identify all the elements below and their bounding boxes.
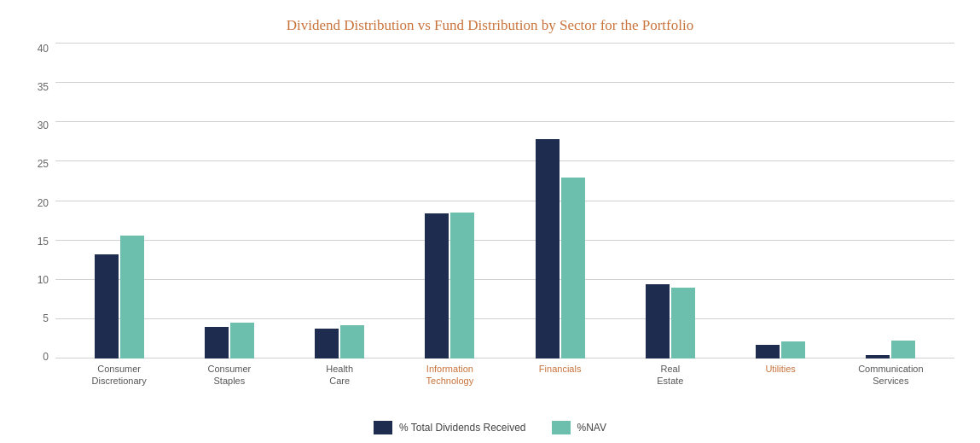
chart-plot: ConsumerDiscretionaryConsumerStaplesHeal… bbox=[55, 43, 954, 414]
bar-pair bbox=[425, 213, 474, 358]
bar-group bbox=[866, 341, 915, 358]
legend-item-dividend: % Total Dividends Received bbox=[374, 421, 526, 434]
x-labels: ConsumerDiscretionaryConsumerStaplesHeal… bbox=[55, 358, 954, 414]
bar-pair bbox=[866, 341, 915, 358]
legend-box-nav bbox=[552, 421, 571, 434]
bar-group bbox=[95, 236, 144, 358]
x-axis-label: ConsumerStaples bbox=[195, 363, 264, 414]
y-axis-label: 40 bbox=[38, 43, 49, 55]
bar-group bbox=[425, 213, 474, 358]
x-axis-label: ConsumerDiscretionary bbox=[85, 363, 154, 414]
y-axis-label: 10 bbox=[38, 274, 49, 286]
y-axis-label: 5 bbox=[43, 312, 49, 324]
bar-pair bbox=[95, 236, 144, 358]
legend: % Total Dividends Received %NAV bbox=[374, 421, 606, 434]
bar-nav bbox=[671, 288, 695, 358]
bar-nav bbox=[120, 236, 144, 358]
bar-group bbox=[205, 323, 254, 358]
bar-nav bbox=[781, 341, 805, 358]
y-axis: 0510152025303540 bbox=[26, 43, 55, 414]
bar-dividend bbox=[205, 327, 229, 358]
y-axis-label: 20 bbox=[38, 197, 49, 209]
x-axis-label: Utilities bbox=[746, 363, 815, 414]
bar-pair bbox=[536, 139, 585, 358]
x-axis-label: HealthCare bbox=[305, 363, 374, 414]
bar-dividend bbox=[315, 329, 339, 358]
bar-nav bbox=[450, 213, 474, 358]
bar-pair bbox=[646, 284, 695, 358]
bars-and-grid bbox=[55, 43, 954, 358]
legend-label-dividend: % Total Dividends Received bbox=[399, 422, 526, 434]
bar-dividend bbox=[646, 284, 670, 358]
bar-nav bbox=[230, 323, 254, 358]
x-axis-label: Financials bbox=[526, 363, 594, 414]
chart-area: 0510152025303540 ConsumerDiscretionaryCo… bbox=[26, 43, 954, 414]
x-axis-label: CommunicationServices bbox=[856, 363, 925, 414]
bar-group bbox=[646, 284, 695, 358]
bar-pair bbox=[315, 325, 364, 358]
y-axis-label: 0 bbox=[43, 351, 49, 363]
bar-group bbox=[315, 325, 364, 358]
y-axis-label: 35 bbox=[38, 81, 49, 93]
x-axis-label: InformationTechnology bbox=[415, 363, 484, 414]
y-axis-label: 15 bbox=[38, 236, 49, 248]
bar-nav bbox=[340, 325, 364, 358]
y-axis-label: 30 bbox=[38, 119, 49, 131]
bar-group bbox=[536, 139, 585, 358]
x-axis-label: RealEstate bbox=[636, 363, 705, 414]
bar-dividend bbox=[95, 254, 119, 358]
bar-group bbox=[756, 341, 805, 358]
legend-item-nav: %NAV bbox=[552, 421, 606, 434]
bar-dividend bbox=[756, 345, 780, 358]
chart-container: Dividend Distribution vs Fund Distributi… bbox=[0, 0, 980, 443]
legend-box-dividend bbox=[374, 421, 392, 434]
bar-pair bbox=[205, 323, 254, 358]
bar-dividend bbox=[425, 213, 449, 358]
y-axis-label: 25 bbox=[38, 158, 49, 170]
bars-row bbox=[55, 43, 954, 358]
bar-dividend bbox=[536, 139, 560, 358]
bar-nav bbox=[561, 178, 585, 358]
chart-title: Dividend Distribution vs Fund Distributi… bbox=[287, 17, 693, 34]
legend-label-nav: %NAV bbox=[577, 422, 606, 434]
bar-pair bbox=[756, 341, 805, 358]
bar-nav bbox=[891, 341, 915, 358]
bar-dividend bbox=[866, 355, 890, 358]
